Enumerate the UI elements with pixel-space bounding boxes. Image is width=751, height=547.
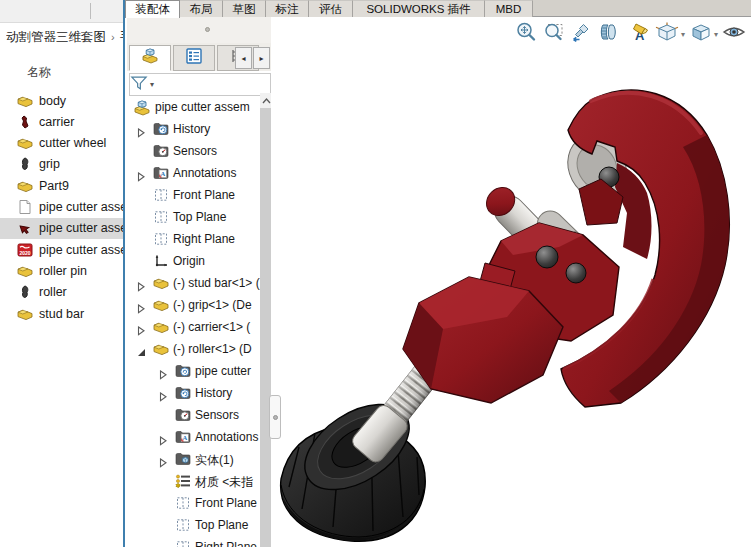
file-row[interactable]: 2020pipe cutter asse <box>0 239 125 260</box>
expand-arrow-icon[interactable] <box>137 124 146 134</box>
tree-item[interactable]: Top Plane <box>127 206 260 228</box>
material-icon <box>175 473 191 489</box>
display-style-dropdown-caret-icon[interactable]: ▾ <box>714 30 718 39</box>
expand-arrow-icon[interactable] <box>137 322 146 332</box>
file-row[interactable]: roller pin <box>0 260 125 281</box>
sensors-icon <box>153 143 169 159</box>
tree-item[interactable]: Front Plane <box>127 492 260 514</box>
part-yellow-icon <box>17 263 33 279</box>
tree-item[interactable]: (-) roller<1> (D <box>127 338 260 360</box>
file-row[interactable]: Part9 <box>0 175 125 196</box>
file-name: cutter wheel <box>39 136 106 150</box>
svg-text:A: A <box>160 170 165 177</box>
file-row[interactable]: carrier <box>0 111 125 132</box>
panel-splitter-handle[interactable] <box>269 395 281 439</box>
tree-item-label: 材质 <未指 <box>195 474 253 491</box>
expand-arrow-icon[interactable] <box>137 168 146 178</box>
tree-item-label: Top Plane <box>173 210 226 224</box>
display-style-button[interactable]: ▾ <box>689 21 718 47</box>
tree-item[interactable]: pipe cutter <box>127 360 260 382</box>
collapse-arrow-icon[interactable] <box>137 344 146 354</box>
tree-item-label: (-) roller<1> (D <box>173 342 252 356</box>
part-yellow-icon <box>17 178 33 194</box>
plane-icon <box>153 209 169 225</box>
tree-item[interactable]: (-) grip<1> (De <box>127 294 260 316</box>
expand-arrow-icon[interactable] <box>137 300 146 310</box>
tree-item[interactable]: History <box>127 382 260 404</box>
tree-item-label: Sensors <box>195 408 239 422</box>
hide-show-items-icon <box>722 20 746 48</box>
tree-item-label: History <box>195 386 232 400</box>
file-name: grip <box>39 157 60 171</box>
expand-arrow-icon[interactable] <box>159 432 168 442</box>
tab-MBD[interactable]: MBD <box>485 0 533 17</box>
view-orientation-icon <box>654 20 680 48</box>
expand-arrow-icon[interactable] <box>137 278 146 288</box>
zoom-to-fit-button[interactable] <box>514 21 538 47</box>
tree-item-label: Sensors <box>173 144 217 158</box>
tree-item[interactable]: Front Plane <box>127 184 260 206</box>
tab-布局[interactable]: 布局 <box>180 0 223 17</box>
tree-item-label: pipe cutter <box>195 364 251 378</box>
file-name: roller pin <box>39 264 87 278</box>
file-row[interactable]: pipe cutter asse <box>0 218 125 239</box>
tree-item-label: Top Plane <box>195 518 248 532</box>
file-row[interactable]: cutter wheel <box>0 133 125 154</box>
tab-SOLIDWORKS 插件[interactable]: SOLIDWORKS 插件 <box>353 0 485 17</box>
expand-arrow-icon[interactable] <box>159 454 168 464</box>
commandmanager-tab-bar: 装配体布局草图标注评估SOLIDWORKS 插件MBD <box>125 0 751 17</box>
tree-item[interactable]: AAnnotations <box>127 162 260 184</box>
tree-item-label: (-) carrier<1> ( <box>173 320 250 334</box>
graphics-area[interactable]: A▾▾ <box>271 17 751 547</box>
annotation-views-button[interactable]: A <box>626 21 650 47</box>
tab-评估[interactable]: 评估 <box>309 0 353 17</box>
file-row[interactable]: grip <box>0 154 125 175</box>
section-view-button[interactable] <box>598 21 622 47</box>
tree-item[interactable]: Top Plane <box>127 514 260 536</box>
tree-item[interactable]: History <box>127 118 260 140</box>
zoom-to-area-button[interactable] <box>542 21 566 47</box>
tree-item[interactable]: Sensors <box>127 140 260 162</box>
splitter-dot-icon <box>273 415 278 420</box>
annotation-views-icon: A <box>626 20 650 48</box>
zoom-to-area-icon <box>542 20 566 48</box>
file-name: stud bar <box>39 307 84 321</box>
plane-icon <box>175 517 191 533</box>
sw-2020-icon: 2020 <box>17 242 33 258</box>
file-name: roller <box>39 285 67 299</box>
tab-装配体[interactable]: 装配体 <box>125 0 180 18</box>
tree-item[interactable]: Origin <box>127 250 260 272</box>
view-orientation-button[interactable]: ▾ <box>654 21 685 47</box>
tree-item[interactable]: Sensors <box>127 404 260 426</box>
tree-item[interactable]: pipe cutter assem <box>127 96 260 118</box>
tree-item[interactable]: Right Plane <box>127 228 260 250</box>
sensors-icon <box>175 407 191 423</box>
tree-item[interactable]: 材质 <未指 <box>127 470 260 492</box>
feature-tree: pipe cutter assemHistorySensorsAAnnotati… <box>127 17 260 547</box>
file-row[interactable]: stud bar <box>0 303 125 324</box>
tree-item[interactable]: (-) stud bar<1> ( <box>127 272 260 294</box>
pipe-cutter-3d-model[interactable] <box>271 17 751 547</box>
tree-item[interactable]: 实体(1) <box>127 448 260 470</box>
part-darkred-icon <box>17 114 33 130</box>
file-row[interactable]: body <box>0 90 125 111</box>
asm-small-icon <box>17 220 33 236</box>
previous-view-icon <box>570 20 594 48</box>
tree-item[interactable]: Right Plane <box>127 536 260 547</box>
expand-arrow-icon[interactable] <box>159 388 168 398</box>
explorer-window: 动割管器三维套图 › 手 名称 bodycarriercutter wheelg… <box>0 0 125 547</box>
part-darkgray-icon <box>17 284 33 300</box>
previous-view-button[interactable] <box>570 21 594 47</box>
tree-item[interactable]: (-) carrier<1> ( <box>127 316 260 338</box>
file-name: body <box>39 94 66 108</box>
view-orientation-dropdown-caret-icon[interactable]: ▾ <box>681 30 685 39</box>
file-row[interactable]: roller <box>0 282 125 303</box>
tree-item[interactable]: AAnnotations <box>127 426 260 448</box>
hide-show-items-button[interactable] <box>722 21 746 47</box>
file-row[interactable]: pipe cutter asse <box>0 197 125 218</box>
tab-草图[interactable]: 草图 <box>223 0 266 17</box>
screen: 动割管器三维套图 › 手 名称 bodycarriercutter wheelg… <box>0 0 751 547</box>
tree-item-label: pipe cutter assem <box>155 100 250 114</box>
expand-arrow-icon[interactable] <box>159 366 168 376</box>
tab-标注[interactable]: 标注 <box>266 0 309 17</box>
